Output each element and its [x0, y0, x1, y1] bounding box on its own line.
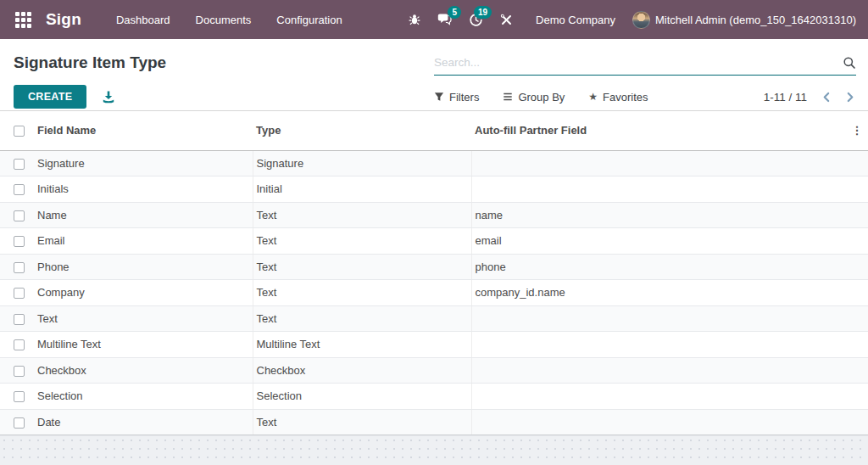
table-row[interactable]: Selection Selection [0, 384, 868, 410]
row-checkbox[interactable] [14, 314, 25, 325]
table-header: Field Name Type Auto-fill Partner Field … [0, 111, 868, 150]
row-checkbox-cell [0, 384, 34, 410]
cell-spacer [846, 409, 868, 435]
cell-field-name: Date [34, 409, 253, 435]
tools-icon [500, 14, 513, 26]
company-switcher[interactable]: Demo Company [524, 14, 627, 26]
menu-configuration[interactable]: Configuration [264, 0, 354, 39]
cell-type: Text [253, 228, 471, 255]
favorites-label: Favorites [603, 91, 648, 104]
group-by-button[interactable]: Group By [503, 91, 565, 104]
table-row[interactable]: Company Text company_id.name [0, 280, 868, 306]
row-checkbox[interactable] [14, 417, 25, 429]
cell-type: Text [253, 305, 471, 332]
row-checkbox-cell [0, 176, 34, 203]
menu-dashboard[interactable]: Dashboard [103, 0, 183, 39]
row-checkbox-cell [0, 305, 34, 332]
action-buttons: CREATE [14, 78, 434, 109]
row-checkbox[interactable] [14, 288, 25, 299]
export-button[interactable] [102, 90, 115, 104]
cell-spacer [846, 254, 868, 280]
row-checkbox-cell [0, 357, 34, 384]
pager-next-button[interactable] [845, 90, 856, 104]
cell-field-name: Name [34, 202, 253, 228]
cell-type: Text [253, 202, 471, 228]
apps-menu-icon[interactable] [10, 7, 36, 32]
column-header-type[interactable]: Type [253, 111, 471, 150]
optional-columns-icon[interactable]: ⋮ [846, 111, 868, 150]
row-checkbox-cell [0, 409, 34, 435]
group-by-label: Group By [518, 91, 565, 104]
row-checkbox[interactable] [14, 391, 25, 402]
cell-spacer [846, 150, 868, 176]
search-box [434, 50, 856, 76]
row-checkbox[interactable] [14, 262, 25, 273]
filters-label: Filters [449, 91, 479, 104]
row-checkbox-cell [0, 150, 34, 176]
select-all-checkbox[interactable] [14, 126, 25, 137]
pager-previous-button[interactable] [821, 90, 832, 104]
table-body: Signature Signature Initials Initial Nam… [0, 150, 868, 435]
app-title[interactable]: Sign [46, 10, 81, 29]
list-view-table: Field Name Type Auto-fill Partner Field … [0, 111, 868, 435]
pager: 1-11 / 11 [764, 90, 856, 104]
table-row[interactable]: Text Text [0, 305, 868, 332]
table-row[interactable]: Date Text [0, 409, 868, 435]
cell-type: Text [253, 409, 471, 435]
menu-documents[interactable]: Documents [183, 0, 264, 39]
top-navbar: Sign Dashboard Documents Configuration 5 [0, 0, 868, 39]
table-row[interactable]: Name Text name [0, 202, 868, 228]
cell-autofill [471, 332, 846, 358]
select-all-cell [0, 111, 34, 150]
row-checkbox[interactable] [14, 210, 25, 221]
favorites-star-icon: ★ [588, 92, 598, 102]
main-menu: Dashboard Documents Configuration [103, 0, 355, 39]
row-checkbox[interactable] [14, 159, 25, 170]
tools-menu-icon[interactable] [493, 0, 519, 39]
control-panel: Signature Item Type CREATE [0, 39, 868, 111]
cell-spacer [846, 305, 868, 332]
debug-bug-icon[interactable] [402, 0, 427, 39]
group-by-icon [503, 92, 513, 102]
row-checkbox[interactable] [14, 236, 25, 247]
create-button[interactable]: CREATE [14, 85, 86, 109]
filter-funnel-icon [434, 92, 444, 102]
activities-icon[interactable]: 19 [463, 0, 488, 39]
row-checkbox-cell [0, 202, 34, 228]
user-avatar [632, 11, 650, 29]
cell-field-name: Multiline Text [34, 332, 253, 358]
cell-field-name: Text [34, 305, 253, 332]
cell-type: Text [253, 280, 471, 306]
pager-value[interactable]: 1-11 / 11 [764, 91, 807, 104]
search-icon[interactable] [837, 56, 856, 70]
messages-icon[interactable]: 5 [432, 0, 458, 39]
cell-autofill [471, 150, 846, 176]
cell-type: Text [253, 254, 471, 280]
cell-autofill [471, 305, 846, 332]
cell-field-name: Signature [34, 150, 253, 176]
search-options-row: Filters Group By ★ Favorites 1-11 / 11 [434, 78, 856, 109]
cell-autofill: company_id.name [471, 280, 846, 306]
table-row[interactable]: Phone Text phone [0, 254, 868, 280]
table-row[interactable]: Email Text email [0, 228, 868, 255]
filters-button[interactable]: Filters [434, 91, 479, 104]
cell-field-name: Checkbox [34, 357, 253, 384]
filter-group: Filters Group By ★ Favorites [434, 91, 648, 104]
column-header-field-name[interactable]: Field Name [34, 111, 253, 150]
table-row[interactable]: Initials Initial [0, 176, 868, 203]
search-input[interactable] [434, 56, 837, 69]
cell-autofill [471, 384, 846, 410]
user-menu[interactable]: Mitchell Admin (demo_150_1642031310) [632, 11, 856, 29]
cell-autofill: phone [471, 254, 846, 280]
systray: 5 19 Demo Company Mitchell Admin (de [402, 0, 856, 39]
table-row[interactable]: Signature Signature [0, 150, 868, 176]
row-checkbox[interactable] [14, 184, 25, 195]
table-row[interactable]: Checkbox Checkbox [0, 357, 868, 384]
cell-field-name: Email [34, 228, 253, 255]
favorites-button[interactable]: ★ Favorites [588, 91, 648, 104]
column-header-autofill[interactable]: Auto-fill Partner Field [471, 111, 846, 150]
row-checkbox[interactable] [14, 366, 25, 377]
row-checkbox[interactable] [14, 339, 25, 350]
cell-type: Multiline Text [253, 332, 471, 358]
table-row[interactable]: Multiline Text Multiline Text [0, 332, 868, 358]
